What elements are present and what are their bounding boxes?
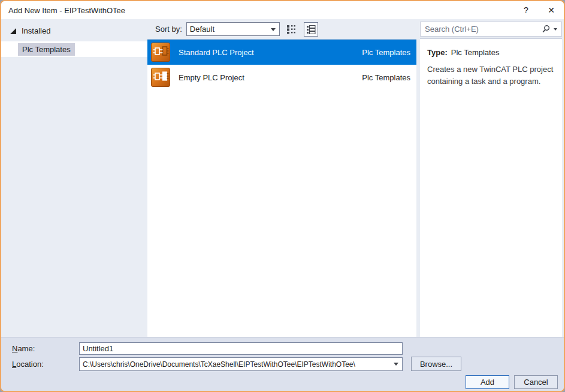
tree-item-label: Plc Templates	[18, 43, 75, 56]
description-text: Creates a new TwinCAT PLC project contai…	[427, 64, 555, 87]
location-input[interactable]	[79, 357, 403, 371]
sort-by-label: Sort by:	[155, 25, 182, 34]
tree-node-installed[interactable]: Installed	[1, 19, 147, 35]
search-input[interactable]	[425, 25, 542, 34]
sort-toolbar: Sort by: Default	[147, 19, 416, 39]
type-value: Plc Templates	[451, 48, 500, 57]
sort-by-dropdown[interactable]: Default	[186, 22, 280, 36]
template-list-panel: Sort by: Default	[147, 19, 416, 337]
search-icon[interactable]	[542, 25, 551, 34]
dialog-footer: Name: Location: Browse... Add Cancel	[1, 337, 564, 391]
close-button[interactable]: ✕	[539, 1, 564, 19]
location-label: Location:	[12, 360, 44, 369]
type-label: Type:	[427, 48, 448, 57]
template-category: Plc Templates	[362, 73, 410, 82]
location-combobox[interactable]	[79, 357, 403, 371]
dialog-body: Installed Plc Templates Sort by: Default	[1, 19, 564, 337]
browse-button[interactable]: Browse...	[411, 357, 461, 371]
sort-by-value: Default	[190, 25, 214, 34]
grid-view-icon	[286, 24, 297, 34]
template-list: Standard PLC Project Plc Templates	[147, 39, 416, 337]
add-new-item-dialog: Add New Item - EIPTestWithOTee ? ✕ Insta…	[0, 0, 565, 392]
small-icons-view-button[interactable]	[285, 22, 299, 37]
dialog-title: Add New Item - EIPTestWithOTee	[1, 6, 513, 15]
template-item-standard-plc-project[interactable]: Standard PLC Project Plc Templates	[147, 40, 416, 65]
details-panel: Type:Plc Templates Creates a new TwinCAT…	[420, 19, 562, 337]
template-item-empty-plc-project[interactable]: Empty PLC Project Plc Templates	[147, 65, 416, 90]
empty-plc-project-icon	[151, 68, 170, 87]
tree-root-label: Installed	[22, 26, 50, 35]
template-name: Empty PLC Project	[179, 73, 362, 82]
template-category: Plc Templates	[362, 48, 410, 57]
cancel-button[interactable]: Cancel	[514, 375, 558, 389]
list-view-icon	[306, 25, 316, 34]
expanded-arrow-icon	[10, 28, 16, 34]
search-box	[420, 22, 562, 37]
titlebar: Add New Item - EIPTestWithOTee ? ✕	[1, 1, 564, 19]
list-view-button[interactable]	[304, 22, 318, 37]
add-button[interactable]: Add	[466, 375, 509, 389]
search-options-chevron-icon[interactable]	[554, 28, 557, 31]
tree-item-plc-templates[interactable]: Plc Templates	[1, 41, 147, 57]
help-button[interactable]: ?	[513, 1, 539, 19]
name-input[interactable]	[79, 342, 403, 355]
standard-plc-project-icon	[151, 43, 170, 62]
location-chevron-icon[interactable]	[394, 363, 398, 366]
name-label: Name:	[12, 344, 35, 353]
template-name: Standard PLC Project	[179, 48, 362, 57]
chevron-down-icon	[271, 28, 276, 31]
category-tree: Installed Plc Templates	[1, 19, 147, 337]
template-description: Type:Plc Templates Creates a new TwinCAT…	[420, 38, 562, 337]
